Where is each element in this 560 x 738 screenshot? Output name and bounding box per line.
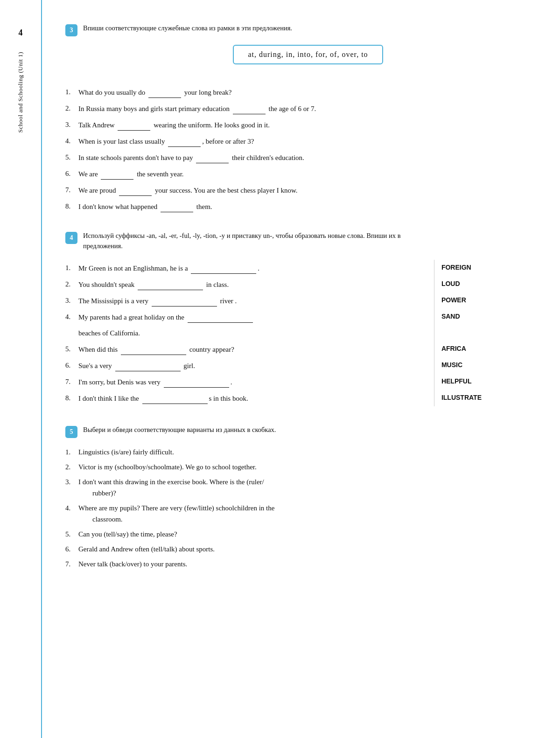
exercise-5-header: 5 Выбери и обведи соответствующие вариан… xyxy=(65,425,523,438)
blank xyxy=(191,262,256,274)
table-row: 7. I'm sorry, but Denis was very . HELPF… xyxy=(65,374,523,390)
exercise-4-instruction: Используй суффиксы -an, -al, -er, -ful, … xyxy=(83,231,433,251)
list-item: 7. We are proud your success. You are th… xyxy=(65,184,523,196)
blank xyxy=(101,168,133,180)
sidebar: 4 School and Schooling (Unit 1) xyxy=(0,0,42,738)
table-row: 1. Mr Green is not an Englishman, he is … xyxy=(65,260,523,276)
list-item: 3. I don't want this drawing in the exer… xyxy=(65,476,523,499)
exercise-5: 5 Выбери и обведи соответствующие вариан… xyxy=(65,425,523,570)
table-row-continuation: beaches of California. xyxy=(65,325,523,341)
blank xyxy=(233,103,266,114)
blank xyxy=(138,278,203,290)
list-item: 3. Talk Andrew wearing the uniform. He l… xyxy=(65,119,523,131)
exercise-3-list: 1. What do you usually do your long brea… xyxy=(65,86,523,212)
blank xyxy=(119,184,152,196)
exercise-5-number: 5 xyxy=(65,426,77,438)
blank xyxy=(161,201,193,212)
list-item: 6. Gerald and Andrew often (tell/talk) a… xyxy=(65,543,523,555)
blank xyxy=(152,295,217,306)
main-content: 3 Впиши соответствующие служебные слова … xyxy=(42,0,560,738)
list-item: 4. Where are my pupils? There are very (… xyxy=(65,502,523,525)
exercise-3-header: 3 Впиши соответствующие служебные слова … xyxy=(65,23,523,36)
list-item: 5. Can you (tell/say) the time, please? xyxy=(65,529,523,540)
list-item: 1. Linguistics (is/are) fairly difficult… xyxy=(65,446,523,458)
page: 4 School and Schooling (Unit 1) 3 Впиши … xyxy=(0,0,560,738)
sidebar-label: School and Schooling (Unit 1) xyxy=(17,52,24,132)
word-box: at, during, in, into, for, of, over, to xyxy=(233,45,383,64)
table-row: 2. You shouldn't speak in class. LOUD xyxy=(65,276,523,292)
blank xyxy=(188,311,253,323)
table-row: 3. The Mississippi is a very river . POW… xyxy=(65,292,523,309)
exercise-3: 3 Впиши соответствующие служебные слова … xyxy=(65,23,523,212)
list-item: 8. I don't know what happened them. xyxy=(65,201,523,212)
exercise-4-table: 1. Mr Green is not an Englishman, he is … xyxy=(65,260,523,406)
list-item: 7. Never talk (back/over) to your parent… xyxy=(65,558,523,570)
list-item: 2. Victor is my (schoolboy/schoolmate). … xyxy=(65,461,523,473)
blank xyxy=(118,119,150,131)
exercise-4: 4 Используй суффиксы -an, -al, -er, -ful… xyxy=(65,231,523,406)
page-number: 4 xyxy=(19,28,23,38)
table-row: 8. I don't think I like the s in this bo… xyxy=(65,390,523,406)
list-item: 4. When is your last class usually , bef… xyxy=(65,135,523,147)
list-item: 2. In Russia many boys and girls start p… xyxy=(65,103,523,114)
list-item: 6. We are the seventh year. xyxy=(65,168,523,180)
blank xyxy=(121,343,186,355)
exercise-5-instruction: Выбери и обведи соответствующие варианты… xyxy=(83,425,276,435)
blank xyxy=(168,135,201,147)
exercise-5-list: 1. Linguistics (is/are) fairly difficult… xyxy=(65,446,523,570)
blank xyxy=(148,86,181,98)
exercise-4-number: 4 xyxy=(65,232,77,244)
blank xyxy=(196,152,229,163)
list-item: 1. What do you usually do your long brea… xyxy=(65,86,523,98)
blank xyxy=(115,360,181,371)
exercise-4-header: 4 Используй суффиксы -an, -al, -er, -ful… xyxy=(65,231,523,251)
exercise-3-number: 3 xyxy=(65,24,77,36)
blank xyxy=(164,376,229,388)
table-row: 5. When did this country appear? AFRICA xyxy=(65,341,523,357)
table-row: 4. My parents had a great holiday on the… xyxy=(65,309,523,325)
blank xyxy=(142,392,208,404)
exercise-3-instruction: Впиши соответствующие служебные слова из… xyxy=(83,23,292,34)
list-item: 5. In state schools parents don't have t… xyxy=(65,152,523,163)
table-row: 6. Sue's a very girl. MUSIC xyxy=(65,357,523,374)
